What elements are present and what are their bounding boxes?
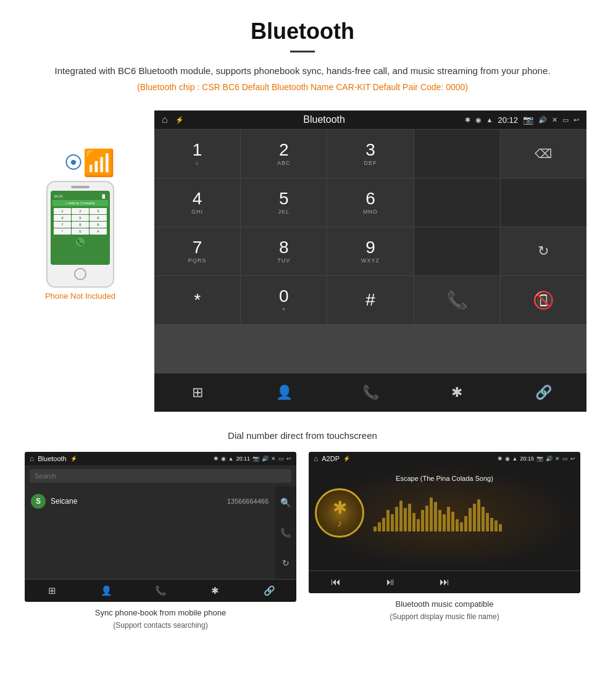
pb-nav-bt[interactable]: ✱ (188, 583, 242, 599)
mini-close[interactable]: ✕ (271, 456, 276, 462)
phonebook-header: ⌂ Bluetooth ⚡ ✱ ◉ ▲ 20:11 📷 🔊 ✕ ▭ ↩ (25, 452, 296, 465)
music-content-row: ✱ ♪ (315, 488, 574, 538)
call-button[interactable]: 📞 (414, 276, 500, 324)
time-display: 20:12 (498, 115, 518, 125)
music-screen: ⌂ A2DP ⚡ ✱ ◉ ▲ 20:15 📷 🔊 ✕ ▭ ↩ (309, 452, 580, 593)
phone-speaker (71, 186, 90, 188)
mini-home-icon[interactable]: ⌂ (30, 454, 34, 463)
music-back-icon[interactable]: ↩ (570, 456, 575, 462)
sidebar-phone-icon[interactable]: 📞 (280, 528, 291, 538)
volume-icon: 🔊 (538, 116, 547, 124)
visualizer-bar (382, 518, 385, 531)
phonebook-content: S Seicane 13566664466 🔍 📞 ↻ (25, 486, 296, 579)
mini-win: ▭ (278, 456, 284, 462)
visualizer-bar (417, 519, 420, 531)
title-divider (290, 51, 315, 52)
visualizer-bar (451, 512, 454, 531)
visualizer-bar (494, 520, 498, 531)
phonebook-avatar: S (31, 494, 46, 509)
nav-phone[interactable]: 📞 (327, 380, 414, 406)
phone-illustration: 📶 ⦿ M:23▐▌ + Add to Contacts 123 456 789… (19, 110, 142, 301)
dial-key-4[interactable]: 4 GHI (154, 178, 240, 227)
home-icon[interactable]: ⌂ (162, 114, 168, 125)
mini-back[interactable]: ↩ (286, 456, 291, 462)
phone-home-button (74, 268, 86, 280)
contact-number: 13566664466 (227, 498, 269, 505)
music-win-icon: ▭ (562, 456, 568, 462)
dial-key-star[interactable]: * (154, 276, 240, 324)
visualizer-bar (395, 507, 398, 531)
page-title: Bluetooth (12, 19, 593, 44)
phonebook-search-area (25, 465, 296, 486)
pb-nav-link[interactable]: 🔗 (242, 583, 296, 599)
music-camera-icon: 📷 (536, 456, 543, 462)
phonebook-item[interactable]: S Seicane 13566664466 (25, 489, 275, 514)
nav-bluetooth[interactable]: ✱ (414, 380, 500, 406)
backspace-button[interactable]: ⌫ (501, 130, 586, 178)
visualizer-bar (490, 518, 493, 531)
music-close-icon[interactable]: ✕ (555, 456, 560, 462)
sidebar-search-icon[interactable]: 🔍 (280, 498, 291, 507)
dial-key-8[interactable]: 8 TUV (241, 227, 327, 275)
music-bt-symbol: ✱ (333, 498, 347, 518)
nav-dialpad[interactable]: ⊞ (154, 380, 241, 406)
phonebook-bottom-nav: ⊞ 👤 📞 ✱ 🔗 (25, 579, 296, 602)
dial-key-1[interactable]: 1 ⌂ (154, 130, 240, 178)
nav-contacts[interactable]: 👤 (241, 380, 327, 406)
pb-nav-person[interactable]: 👤 (79, 583, 133, 599)
visualizer-bar (464, 516, 467, 531)
visualizer-bar (473, 504, 476, 531)
back-icon[interactable]: ↩ (574, 116, 579, 124)
music-prev-icon[interactable]: ⏮ (309, 574, 363, 590)
phonebook-search-input[interactable] (30, 469, 291, 483)
music-signal-icon: ▲ (512, 456, 518, 462)
visualizer-bar (404, 508, 407, 531)
dial-key-hash[interactable]: # (327, 276, 413, 324)
main-section: 📶 ⦿ M:23▐▌ + Add to Contacts 123 456 789… (0, 110, 605, 424)
close-icon[interactable]: ✕ (552, 116, 557, 124)
car-screen-title: Bluetooth (303, 114, 345, 125)
music-bt-icon: ✱ (498, 456, 503, 462)
phone-not-included-label: Phone Not Included (45, 291, 115, 301)
visualizer-bar (425, 506, 428, 531)
dial-key-3[interactable]: 3 DEF (327, 130, 413, 178)
window-icon: ▭ (562, 116, 569, 124)
music-extra-2[interactable] (526, 574, 580, 590)
nav-link[interactable]: 🔗 (500, 380, 586, 406)
dial-key-6[interactable]: 6 MNO (327, 178, 413, 227)
end-call-button[interactable]: 📵 (501, 276, 586, 324)
header-right-icons: ✱ ◉ ▲ 20:12 📷 🔊 ✕ ▭ ↩ (465, 115, 579, 125)
pb-nav-grid[interactable]: ⊞ (25, 583, 79, 599)
dial-key-5[interactable]: 5 JKL (241, 178, 327, 227)
bottom-screenshots: ⌂ Bluetooth ⚡ ✱ ◉ ▲ 20:11 📷 🔊 ✕ ▭ ↩ (0, 452, 605, 640)
sidebar-refresh-icon[interactable]: ↻ (282, 558, 290, 568)
visualizer-bar (434, 502, 437, 531)
camera-icon: 📷 (523, 115, 533, 125)
dial-key-7[interactable]: 7 PQRS (154, 227, 240, 275)
music-note-icon: ♪ (337, 518, 342, 529)
visualizer-bar (386, 510, 390, 531)
dial-key-9[interactable]: 9 WXYZ (327, 227, 413, 275)
mini-signal-icon: ▲ (228, 456, 234, 462)
dial-key-0[interactable]: 0 + (241, 276, 327, 324)
dial-key-2[interactable]: 2 ABC (241, 130, 327, 178)
visualizer-bar (456, 519, 459, 531)
phonebook-caption: Sync phone-book from mobile phone (Suppo… (95, 602, 226, 633)
phonebook-screen: ⌂ Bluetooth ⚡ ✱ ◉ ▲ 20:11 📷 🔊 ✕ ▭ ↩ (25, 452, 296, 602)
music-screenshot-block: ⌂ A2DP ⚡ ✱ ◉ ▲ 20:15 📷 🔊 ✕ ▭ ↩ (309, 452, 580, 633)
pb-nav-phone[interactable]: 📞 (133, 583, 188, 599)
music-next-icon[interactable]: ⏭ (417, 574, 472, 590)
music-home-icon[interactable]: ⌂ (314, 454, 318, 463)
refresh-button[interactable]: ↻ (501, 227, 586, 275)
dial-key-empty-2 (414, 178, 500, 227)
visualizer-bar (421, 510, 424, 531)
music-extra-1[interactable] (472, 574, 526, 590)
visualizer-bar (477, 499, 480, 531)
visualizer-bar (399, 501, 403, 531)
dialpad-grid: 1 ⌂ 2 ABC 3 DEF ⌫ 4 GHI 5 JKL (154, 130, 586, 373)
music-vol-icon: 🔊 (546, 456, 553, 462)
music-play-pause-icon[interactable]: ⏯ (363, 574, 417, 590)
phone-mock: M:23▐▌ + Add to Contacts 123 456 789 *0#… (46, 181, 114, 288)
mini-loc-icon: ◉ (221, 456, 226, 462)
music-caption: Bluetooth music compatible (Support disp… (390, 593, 499, 625)
